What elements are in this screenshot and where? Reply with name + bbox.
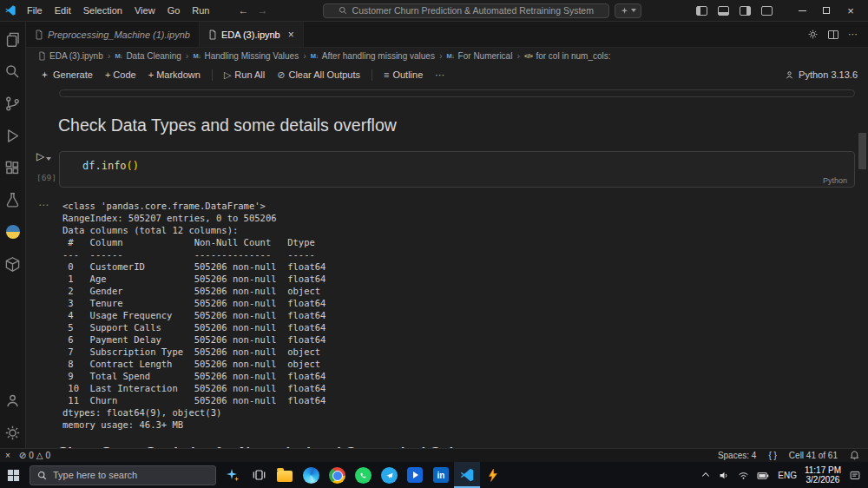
notebook-settings-gear-icon[interactable] (807, 29, 819, 40)
crumb-section[interactable]: For Numerical (458, 51, 513, 61)
forward-arrow-icon[interactable]: → (258, 4, 268, 16)
menu-edit[interactable]: Edit (49, 0, 77, 21)
markdown-icon: M↓ (447, 52, 455, 60)
search-sidebar-icon[interactable] (3, 61, 23, 82)
toggle-primary-sidebar-icon[interactable] (696, 6, 707, 16)
settings-gear-icon[interactable] (3, 422, 23, 443)
minimize-button[interactable] (790, 0, 814, 21)
lightning-app-icon[interactable] (480, 462, 506, 488)
split-editor-icon[interactable] (828, 30, 838, 39)
explorer-icon[interactable] (3, 29, 23, 49)
problems-indicator[interactable]: ⊘ 0 △ 0 (19, 451, 50, 460)
back-arrow-icon[interactable]: ← (239, 4, 249, 16)
cell-gutter: ▷ [69] (26, 151, 59, 188)
maximize-button[interactable] (814, 0, 838, 21)
notifications-bell-icon[interactable] (850, 451, 859, 460)
system-tray: ENG 11:17 PM 3/2/2026 (700, 465, 868, 485)
chrome-browser-icon[interactable] (324, 462, 350, 488)
keyboard-language[interactable]: ENG (778, 471, 797, 480)
vscode-taskbar-icon[interactable] (454, 462, 480, 488)
chevron-down-icon (631, 9, 636, 12)
tab-label: Preprocessing_Machine (1).ipynb (48, 30, 190, 40)
output-options-icon[interactable]: ⋯ (38, 200, 49, 210)
code-dot: . (95, 160, 101, 172)
source-control-icon[interactable] (3, 93, 23, 114)
whatsapp-icon[interactable] (350, 462, 376, 488)
toggle-panel-icon[interactable] (718, 6, 729, 16)
close-window-button[interactable]: × (838, 0, 863, 21)
cell-language-label[interactable]: Python (823, 176, 847, 185)
scrollbar[interactable] (858, 133, 866, 169)
code-cell-icon: </> (524, 52, 532, 60)
clock-time: 11:17 PM (805, 465, 841, 475)
tab-preprocessing-notebook[interactable]: Preprocessing_Machine (1).ipynb (26, 22, 200, 47)
toggle-secondary-sidebar-icon[interactable] (740, 6, 751, 16)
taskbar-clock[interactable]: 11:17 PM 3/2/2026 (805, 465, 841, 485)
outline-button[interactable]: ≡ Outline (378, 68, 428, 82)
menu-view[interactable]: View (128, 0, 161, 21)
crumb-separator: › (439, 50, 443, 61)
cell-position-indicator[interactable]: Cell 41 of 61 (789, 451, 838, 460)
close-tab-icon[interactable]: × (288, 29, 294, 41)
tab-eda-notebook[interactable]: EDA (3).ipynb × (200, 22, 304, 47)
testing-flask-icon[interactable] (3, 189, 23, 210)
cell-editor[interactable]: df.info() Python (59, 151, 855, 188)
file-icon (35, 30, 43, 40)
titlebar: File Edit Selection View Go Run ← → Cust… (0, 0, 868, 22)
tab-label: EDA (3).ipynb (221, 30, 280, 40)
volume-icon[interactable] (719, 470, 730, 481)
language-braces-indicator[interactable]: { } (768, 451, 776, 460)
start-button[interactable] (0, 462, 26, 488)
tray-chevron-up-icon[interactable] (700, 470, 711, 480)
command-center-area: Customer Churn Prediction & Automated Re… (268, 3, 697, 18)
crumb-section[interactable]: Data Cleaning (126, 51, 181, 61)
copilot-button[interactable] (615, 3, 641, 18)
menu-file[interactable]: File (21, 0, 49, 21)
menu-run[interactable]: Run (186, 0, 215, 21)
copilot-sparkle-icon[interactable] (220, 462, 246, 488)
crumb-code-cell[interactable]: for col in num_cols: (536, 51, 610, 61)
extensions-icon[interactable] (3, 157, 23, 178)
remote-close-icon[interactable]: × (5, 451, 10, 460)
task-view-icon[interactable] (246, 462, 272, 488)
add-code-button[interactable]: + Code (100, 68, 141, 82)
file-explorer-icon[interactable] (272, 462, 298, 488)
code-object: df (82, 160, 95, 172)
run-cell-button[interactable]: ▷ (36, 151, 51, 162)
markdown-heading: Check Data Types and some details overfl… (58, 115, 868, 135)
battery-icon[interactable] (757, 470, 770, 481)
python-extension-icon[interactable] (3, 221, 23, 242)
wifi-icon[interactable] (738, 470, 749, 481)
indent-indicator[interactable]: Spaces: 4 (718, 451, 756, 460)
telegram-icon[interactable] (376, 462, 402, 488)
errors-icon: ⊘ (19, 451, 26, 460)
run-debug-icon[interactable] (3, 125, 23, 146)
sparkle-icon (40, 70, 49, 80)
previous-cell-outline (59, 89, 855, 97)
customize-layout-icon[interactable] (761, 6, 773, 16)
edge-browser-icon[interactable] (298, 462, 324, 488)
next-markdown-heading: Show Some Statistics for Numerical and C… (58, 443, 868, 448)
generate-button[interactable]: Generate (35, 68, 98, 82)
action-center-icon[interactable] (849, 470, 861, 481)
account-icon[interactable] (3, 390, 23, 411)
code-cell: ▷ [69] df.info() Python (26, 151, 868, 188)
output-gutter: ⋯ (26, 200, 59, 431)
kernel-picker[interactable]: Python 3.13.6 (785, 69, 858, 80)
taskbar-search-box[interactable]: Type here to search (30, 465, 216, 485)
clear-outputs-icon: ⊘ (277, 69, 285, 81)
movies-app-icon[interactable] (402, 462, 428, 488)
cube-extension-icon[interactable] (3, 254, 23, 274)
toolbar-more-button[interactable]: ⋯ (430, 68, 450, 82)
command-center-search[interactable]: Customer Churn Prediction & Automated Re… (323, 3, 609, 18)
crumb-file[interactable]: EDA (3).ipynb (49, 51, 103, 61)
add-markdown-button[interactable]: + Markdown (143, 68, 206, 82)
menu-selection[interactable]: Selection (77, 0, 128, 21)
clear-all-outputs-button[interactable]: ⊘ Clear All Outputs (272, 68, 365, 82)
linkedin-icon[interactable]: in (428, 462, 454, 488)
crumb-section[interactable]: Handling Missing Values (204, 51, 299, 61)
crumb-section[interactable]: After handling missing values (322, 51, 435, 61)
more-actions-icon[interactable]: ⋯ (848, 29, 858, 40)
run-all-button[interactable]: ▷ Run All (219, 68, 270, 82)
menu-go[interactable]: Go (161, 0, 187, 21)
